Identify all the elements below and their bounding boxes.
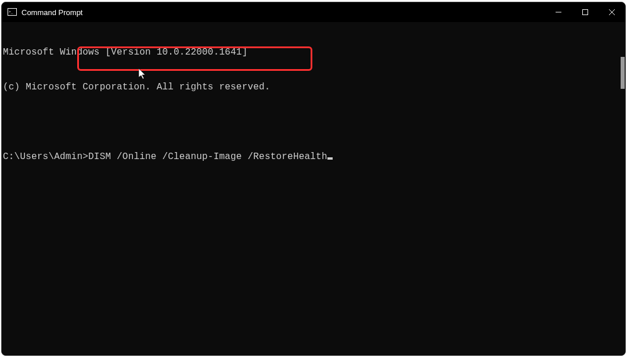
vertical-scrollbar[interactable] <box>621 57 625 89</box>
minimize-button[interactable] <box>545 2 572 22</box>
window-title: Command Prompt <box>21 8 82 17</box>
console-icon: >_ <box>8 8 17 17</box>
terminal-blank-line <box>3 116 624 128</box>
terminal-output-line: Microsoft Windows [Version 10.0.22000.16… <box>3 46 624 58</box>
terminal-command: DISM /Online /Cleanup-Image /RestoreHeal… <box>88 152 327 162</box>
maximize-icon <box>582 9 588 15</box>
close-button[interactable] <box>599 2 625 22</box>
titlebar[interactable]: >_ Command Prompt <box>2 2 625 22</box>
window-controls <box>545 2 625 22</box>
minimize-icon <box>556 9 561 15</box>
command-prompt-window: >_ Command Prompt Micro <box>1 2 626 356</box>
terminal-body[interactable]: Microsoft Windows [Version 10.0.22000.16… <box>2 22 625 355</box>
terminal-prompt: C:\Users\Admin> <box>3 152 88 162</box>
svg-rect-3 <box>583 10 588 15</box>
close-icon <box>609 9 615 15</box>
terminal-prompt-line: C:\Users\Admin>DISM /Online /Cleanup-Ima… <box>3 151 624 163</box>
maximize-button[interactable] <box>572 2 599 22</box>
svg-text:>_: >_ <box>9 9 13 14</box>
terminal-output-line: (c) Microsoft Corporation. All rights re… <box>3 81 624 93</box>
terminal-cursor <box>327 157 333 160</box>
